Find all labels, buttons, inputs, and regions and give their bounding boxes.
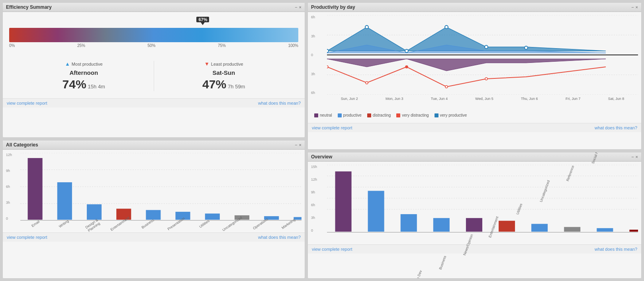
prod-day-view-report[interactable]: view complete report [312, 125, 352, 130]
pd-x-mon: Mon, Jun 3 [386, 97, 403, 101]
efficiency-close[interactable]: × [299, 5, 301, 10]
svg-point-34 [485, 78, 487, 80]
svg-point-30 [327, 66, 328, 68]
efficiency-footer: view complete report what does this mean… [3, 98, 305, 107]
gauge-label-50: 50% [147, 43, 155, 48]
pd-x-tue: Tue, Jun 4 [431, 97, 448, 101]
prod-day-legend: neutral productive distracting very dist… [311, 111, 638, 120]
cat-y-3h: 3h [6, 201, 12, 205]
svg-point-26 [405, 49, 408, 53]
overview-panel: Overview − × 15h 12h 9h 6h 3h 0 [307, 152, 642, 279]
categories-minimize[interactable]: − [295, 142, 297, 147]
efficiency-title: Efficiency Summary [6, 4, 52, 10]
overview-close[interactable]: × [636, 154, 638, 159]
cat-y-12h: 12h [6, 153, 12, 157]
least-productive-label: ▼ Least productive [158, 61, 290, 67]
overview-minimize[interactable]: − [631, 154, 634, 159]
svg-rect-44 [433, 218, 450, 232]
gauge-marker-label: 67% [196, 17, 209, 22]
ov-y-9h: 9h [311, 190, 317, 194]
gauge-label-75: 75% [218, 43, 226, 48]
categories-y-axis: 12h 9h 6h 3h 0 [6, 153, 12, 221]
pd-x-sun: Sun, Jun 2 [341, 97, 358, 101]
distracting-dot [367, 113, 371, 117]
svg-point-24 [327, 49, 329, 53]
overview-what-means[interactable]: what does this mean? [595, 247, 637, 252]
svg-point-31 [366, 82, 368, 84]
gauge-arrow-icon [201, 22, 205, 25]
overview-y-axis: 15h 12h 9h 6h 3h 0 [311, 165, 317, 232]
efficiency-view-report[interactable]: view complete report [7, 101, 47, 105]
efficiency-what-means[interactable]: what does this mean? [258, 101, 301, 105]
pd-x-sat: Sat, Jun 8 [608, 97, 624, 101]
arrow-down-icon: ▼ [204, 61, 209, 67]
cat-y-0: 0 [6, 217, 12, 221]
categories-x-labels: EmailWritingDesign & PlanningEntertainme… [20, 222, 301, 230]
prod-day-y-axis: 6h 3h 0 3h 6h [311, 15, 315, 95]
svg-rect-42 [368, 191, 384, 232]
legend-productive-label: productive [343, 113, 362, 117]
most-productive-label: ▲ Most productive [18, 61, 150, 67]
prod-day-minimize[interactable]: − [631, 5, 634, 10]
prod-day-chart: 6h 3h 0 3h 6h [311, 15, 638, 111]
overview-chart: 15h 12h 9h 6h 3h 0 Comm/ScheduleDesign/C… [311, 165, 638, 244]
gauge-marker: 67% [196, 17, 209, 25]
legend-neutral: neutral [314, 113, 332, 117]
svg-marker-23 [327, 59, 606, 71]
productive-dot [338, 113, 342, 117]
prod-day-panel-header: Productivity by day − × [308, 3, 641, 12]
least-productive-time: 7h 59m [228, 84, 245, 90]
cat-y-9h: 9h [6, 169, 12, 173]
svg-rect-5 [28, 158, 43, 220]
svg-rect-48 [564, 227, 580, 232]
svg-rect-47 [531, 224, 548, 232]
least-productive-name: Sat-Sun [158, 69, 290, 76]
prod-y-3h-top: 3h [311, 34, 315, 38]
legend-distracting: distracting [367, 113, 391, 117]
legend-neutral-label: neutral [320, 113, 332, 117]
efficiency-summary-panel: Efficiency Summary − × 67% 0% 25% [2, 2, 305, 138]
legend-very-productive: very productive [435, 113, 467, 117]
overview-title: Overview [311, 154, 332, 160]
gauge-label-25: 25% [77, 43, 85, 48]
gauge-label-100: 100% [288, 43, 298, 48]
least-productive-pct: 47% [202, 78, 226, 91]
categories-title: All Categories [6, 142, 38, 148]
categories-chart: 12h 9h 6h 3h 0 EmailWritingDesign & Plan… [6, 153, 301, 232]
most-productive-name: Afternoon [18, 69, 150, 76]
chart-x-label: Software Dev [410, 265, 425, 279]
cat-y-6h: 6h [6, 185, 12, 189]
ov-y-6h: 6h [311, 203, 317, 207]
svg-point-32 [405, 66, 408, 68]
efficiency-minimize[interactable]: − [295, 5, 297, 10]
categories-close[interactable]: × [299, 142, 301, 147]
pd-x-fri: Fri, Jun 7 [566, 97, 581, 101]
prod-day-close[interactable]: × [636, 5, 638, 10]
svg-rect-50 [629, 230, 638, 232]
least-productive-block: ▼ Least productive Sat-Sun 47% 7h 59m [154, 57, 294, 95]
pd-x-thu: Thu, Jun 6 [521, 97, 538, 101]
legend-distracting-label: distracting [373, 113, 391, 117]
pd-x-wed: Wed, Jun 5 [475, 97, 493, 101]
most-productive-time: 15h 4m [88, 84, 105, 90]
svg-point-28 [485, 45, 488, 49]
very-productive-dot [435, 113, 438, 117]
overview-svg [327, 165, 638, 232]
svg-rect-49 [597, 228, 613, 232]
very-distracting-dot [396, 113, 400, 117]
ov-y-15h: 15h [311, 165, 317, 169]
prod-day-x-labels: Sun, Jun 2 Mon, Jun 3 Tue, Jun 4 Wed, Ju… [327, 97, 638, 101]
svg-rect-41 [335, 172, 352, 232]
prod-day-what-means[interactable]: what does this mean? [595, 125, 637, 130]
legend-very-productive-label: very productive [440, 113, 467, 117]
svg-rect-43 [401, 214, 417, 232]
categories-panel: All Categories − × 12h 9h 6h 3h 0 [2, 140, 305, 279]
prod-day-svg [327, 15, 638, 95]
arrow-up-icon: ▲ [65, 61, 70, 67]
overview-view-report[interactable]: view complete report [312, 247, 352, 252]
legend-productive: productive [338, 113, 362, 117]
svg-rect-45 [466, 218, 482, 232]
most-productive-pct: 74% [63, 78, 86, 91]
svg-point-29 [525, 46, 528, 49]
svg-point-27 [445, 25, 448, 29]
